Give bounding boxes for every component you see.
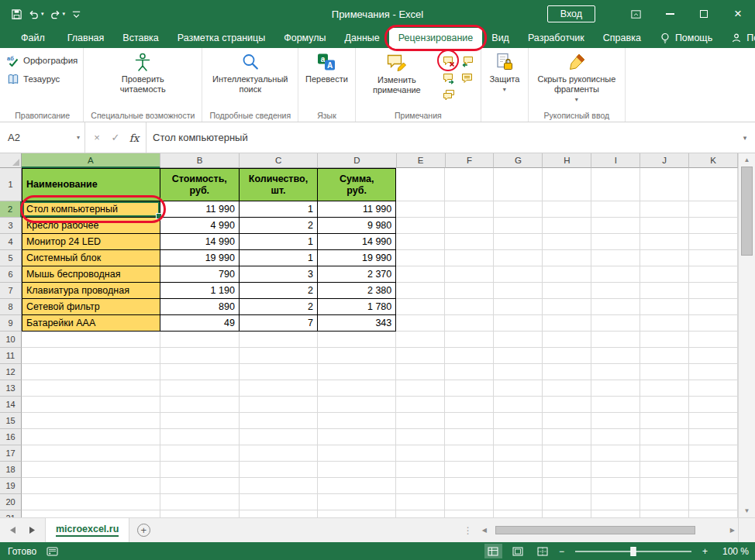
thesaurus-button[interactable]: Тезаурус (4, 70, 63, 87)
column-header-f[interactable]: F (446, 153, 495, 168)
cell-h17[interactable] (543, 445, 591, 462)
vertical-scrollbar-thumb[interactable] (741, 167, 753, 256)
cell-i10[interactable] (591, 332, 640, 348)
cell-h11[interactable] (543, 348, 591, 364)
row-header-5[interactable]: 5 (0, 250, 22, 266)
cell-e6[interactable] (396, 266, 445, 283)
cell-e21[interactable] (396, 510, 445, 517)
cell-g16[interactable] (494, 429, 543, 445)
cell-j17[interactable] (640, 445, 689, 462)
cell-d2[interactable]: 11 990 (318, 201, 396, 218)
cell-e18[interactable] (396, 462, 445, 478)
cell-g15[interactable] (494, 413, 543, 429)
cell-f18[interactable] (445, 462, 494, 478)
cell-a14[interactable] (22, 397, 160, 413)
cell-k15[interactable] (689, 413, 738, 429)
cell-c11[interactable] (240, 348, 318, 364)
cell-b2[interactable]: 11 990 (160, 201, 240, 218)
cell-h1[interactable] (543, 168, 591, 201)
cell-h5[interactable] (543, 250, 591, 266)
cell-d13[interactable] (318, 380, 396, 397)
ribbon-tab-data[interactable]: Данные (336, 28, 389, 48)
cell-d5[interactable]: 19 990 (318, 250, 396, 266)
cell-c18[interactable] (240, 462, 318, 478)
cell-a6[interactable]: Мышь беспроводная (22, 266, 160, 283)
minimize-button[interactable] (653, 0, 687, 28)
cell-e11[interactable] (396, 348, 445, 364)
horizontal-scrollbar-thumb[interactable] (495, 526, 695, 534)
zoom-level[interactable]: 100 % (715, 546, 749, 557)
cell-k7[interactable] (689, 283, 738, 299)
cell-i4[interactable] (591, 234, 640, 250)
cell-c4[interactable]: 1 (240, 234, 318, 250)
spelling-button[interactable]: аб Орфография (4, 52, 81, 68)
cell-f13[interactable] (445, 380, 494, 397)
maximize-button[interactable] (687, 0, 721, 28)
scroll-left-icon[interactable]: ◀ (479, 527, 490, 534)
cell-h20[interactable] (543, 494, 591, 510)
cell-f12[interactable] (445, 364, 494, 380)
cell-a12[interactable] (22, 364, 160, 380)
show-hide-comment-button[interactable] (458, 70, 477, 87)
cell-i6[interactable] (591, 266, 640, 283)
cell-j5[interactable] (640, 250, 689, 266)
cell-g4[interactable] (494, 234, 543, 250)
normal-view-button[interactable] (484, 544, 502, 558)
scroll-down-icon[interactable]: ▼ (739, 504, 755, 517)
cell-i12[interactable] (591, 364, 640, 380)
cell-j6[interactable] (640, 266, 689, 283)
zoom-slider-thumb[interactable] (630, 547, 636, 556)
cell-d14[interactable] (318, 397, 396, 413)
cell-i21[interactable] (591, 510, 640, 517)
cell-i5[interactable] (591, 250, 640, 266)
cell-b18[interactable] (160, 462, 240, 478)
cell-a21[interactable] (22, 510, 160, 517)
cell-h18[interactable] (543, 462, 591, 478)
cell-a11[interactable] (22, 348, 160, 364)
cell-k2[interactable] (689, 201, 738, 218)
ribbon-tab-insert[interactable]: Вставка (113, 28, 167, 48)
cell-g7[interactable] (494, 283, 543, 299)
cell-k10[interactable] (689, 332, 738, 348)
cell-c10[interactable] (240, 332, 318, 348)
cell-a3[interactable]: Кресло рабочее (22, 218, 160, 234)
cell-f10[interactable] (445, 332, 494, 348)
cell-c3[interactable]: 2 (240, 218, 318, 234)
show-all-comments-button[interactable] (440, 87, 458, 104)
cell-j2[interactable] (640, 201, 689, 218)
cell-f15[interactable] (445, 413, 494, 429)
column-header-b[interactable]: B (160, 153, 240, 168)
cell-a2[interactable]: Стол компьютерный (22, 201, 160, 218)
cell-b3[interactable]: 4 990 (160, 218, 240, 234)
check-accessibility-button[interactable]: Проверить читаемость (104, 50, 181, 95)
cell-k13[interactable] (689, 380, 738, 397)
cell-c8[interactable]: 2 (240, 299, 318, 315)
ribbon-tab-home[interactable]: Главная (58, 28, 114, 48)
cell-g5[interactable] (494, 250, 543, 266)
cell-h21[interactable] (543, 510, 591, 517)
cell-k16[interactable] (689, 429, 738, 445)
cell-e1[interactable] (396, 168, 445, 201)
cell-d19[interactable] (318, 478, 396, 494)
cell-g19[interactable] (494, 478, 543, 494)
cell-d7[interactable]: 2 380 (318, 283, 396, 299)
cell-h10[interactable] (543, 332, 591, 348)
cell-j3[interactable] (640, 218, 689, 234)
cell-d12[interactable] (318, 364, 396, 380)
cell-e10[interactable] (396, 332, 445, 348)
cell-j19[interactable] (640, 478, 689, 494)
cell-k4[interactable] (689, 234, 738, 250)
cell-f5[interactable] (445, 250, 494, 266)
cell-j11[interactable] (640, 348, 689, 364)
cell-j20[interactable] (640, 494, 689, 510)
column-header-i[interactable]: I (591, 153, 640, 168)
cell-h13[interactable] (543, 380, 591, 397)
cell-j1[interactable] (640, 168, 689, 201)
cell-e2[interactable] (396, 201, 445, 218)
cell-g13[interactable] (494, 380, 543, 397)
share-button[interactable]: Поделиться (722, 28, 755, 48)
cell-b19[interactable] (160, 478, 240, 494)
cell-k11[interactable] (689, 348, 738, 364)
cell-d16[interactable] (318, 429, 396, 445)
cell-i20[interactable] (591, 494, 640, 510)
